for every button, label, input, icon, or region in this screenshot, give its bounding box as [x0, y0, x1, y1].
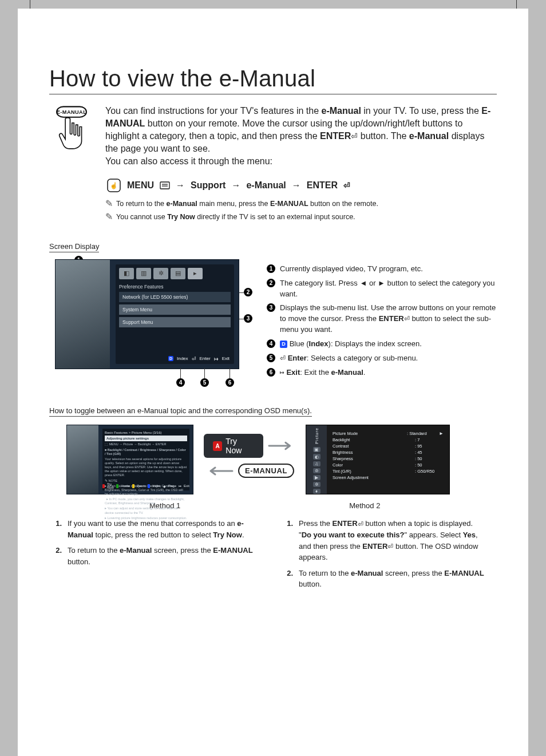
toggle-arrows: A Try Now E-MANUAL	[204, 425, 295, 478]
side-icon: ◐	[313, 454, 321, 459]
menu-glyph-icon	[160, 181, 170, 189]
enter-label: ENTER	[307, 180, 338, 191]
svg-text:☝: ☝	[110, 181, 118, 189]
tab-icon[interactable]: ✲	[153, 268, 168, 279]
screen-footer-legend: D Index ⏎ Enter ↦ Exit	[168, 356, 230, 362]
emanual-label: e-Manual	[246, 180, 286, 191]
toggle-heading: How to toggle between an e-Manual topic …	[49, 406, 312, 417]
method2-figure: Picture ▣ ◐ ♫ ⊚ ▶ ✲ ♦ Picture Mode: Stan…	[306, 425, 450, 494]
submenu-item[interactable]: System Menu	[119, 304, 231, 315]
video-thumbnail	[67, 425, 98, 494]
blue-d-chip: D	[168, 356, 173, 361]
remote-hand-icon: E-MANUAL	[49, 105, 94, 168]
side-icon: ▣	[313, 447, 321, 452]
enter-icon: ⏎	[343, 181, 350, 190]
document-page: How to view the e-Manual E-MANUAL You ca…	[18, 9, 528, 756]
osd-sidebar: Picture ▣ ◐ ♫ ⊚ ▶ ✲ ♦	[306, 425, 327, 494]
remote-button-icon: ☝	[106, 178, 121, 193]
category-label: Preference Features	[116, 283, 234, 290]
tab-icon[interactable]: ▥	[136, 268, 151, 279]
screen-display-heading: Screen Display	[49, 242, 99, 252]
arrow-left-icon	[205, 466, 234, 476]
tab-icon[interactable]: ▸	[188, 268, 203, 279]
callout-list: 1Currently displayed video, TV program, …	[267, 259, 497, 382]
video-thumbnail	[56, 260, 110, 369]
side-icon: ⊚	[313, 468, 321, 473]
menu-label: MENU	[127, 180, 154, 191]
method1-steps: 1.If you want to use the menu that corre…	[49, 518, 255, 594]
blue-d-chip: D	[280, 341, 287, 348]
category-tabs[interactable]: ◧ ▥ ✲ ▤ ▸	[116, 264, 234, 283]
tab-icon[interactable]: ◧	[119, 268, 134, 279]
note-icon: ✎	[105, 199, 113, 208]
screen-display-figure: 1 2 3 ◧ ▥ ✲ ▤	[49, 259, 244, 382]
method2-steps: 1.Press the ENTER⏎ button when a topic i…	[280, 518, 486, 594]
callout-3: 3	[244, 314, 252, 323]
arrow-right-icon	[268, 441, 295, 451]
method1-figure: Basic Features > Picture Menu (3/16) Adj…	[66, 425, 193, 494]
submenu-item[interactable]: Support Menu	[119, 317, 231, 327]
method1-footer-legend: Try Now Home Zoom Index ◆Page ↦Exit	[102, 482, 189, 489]
callout-4: 4	[176, 378, 185, 387]
submenu-item[interactable]: Network (for LED 5500 series)	[119, 292, 231, 302]
e-manual-badge: E-MANUAL	[238, 464, 294, 478]
support-label: Support	[191, 180, 225, 191]
e-manual-key-label: E-MANUAL	[57, 109, 86, 115]
side-icon: ♫	[313, 461, 321, 466]
menu-path: ☝ MENU → Support → e-Manual → ENTER ⏎	[106, 178, 497, 193]
note-trynow: ✎ You cannot use Try Now directly if the…	[105, 212, 497, 223]
svg-rect-3	[160, 182, 169, 189]
note-icon: ✎	[105, 212, 113, 221]
side-icon: ♦	[313, 489, 321, 494]
side-icon: ✲	[313, 482, 321, 487]
page-title: How to view the e-Manual	[49, 66, 497, 94]
intro-paragraph: You can find instructions for your TV's …	[105, 105, 497, 168]
note-return: ✎ To return to the e-Manual main menu, p…	[105, 199, 497, 209]
callout-5: 5	[200, 378, 209, 387]
try-now-badge: A Try Now	[204, 434, 263, 458]
enter-icon: ⏎	[351, 131, 358, 142]
enter-icon: ⏎	[404, 314, 410, 324]
osd-list: Picture Mode: Standard► Backlight: 7 Con…	[327, 425, 449, 494]
enter-icon: ⏎	[387, 541, 393, 552]
enter-icon: ⏎	[358, 519, 363, 529]
tab-icon[interactable]: ▤	[171, 268, 185, 279]
side-icon: ▶	[313, 475, 321, 480]
enter-icon: ⏎	[280, 354, 286, 363]
callout-6: 6	[225, 378, 234, 387]
callout-2: 2	[244, 288, 252, 296]
red-a-chip: A	[213, 441, 222, 451]
exit-icon: ↦	[280, 368, 284, 377]
